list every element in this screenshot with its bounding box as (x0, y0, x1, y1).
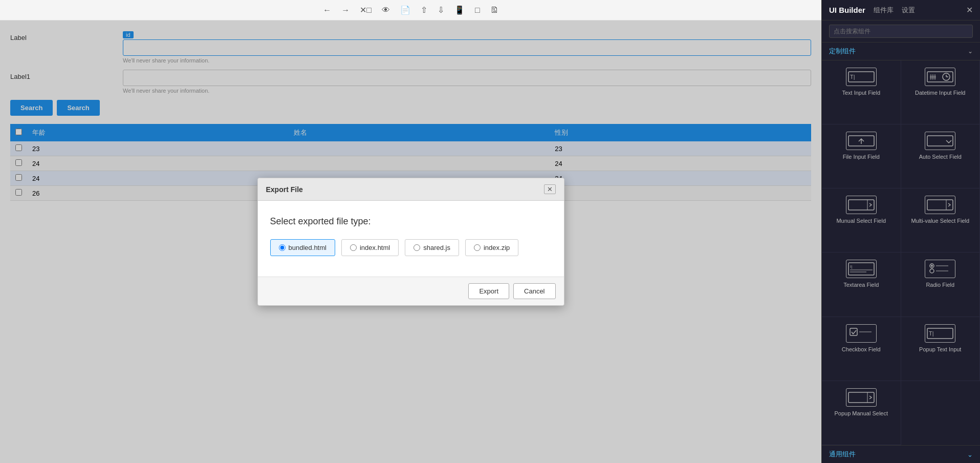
modal-footer: Export Cancel (258, 277, 564, 305)
export-modal: Export File ✕ Select exported file type:… (257, 178, 564, 306)
toolbar: ← → ✕□ 👁 📄 ⇧ ⇩ 📱 □ 🖻 (0, 0, 821, 20)
radio-options: bundled.html index.html shared.js i (270, 239, 552, 256)
preview-icon[interactable]: 👁 (380, 4, 392, 17)
radio-index-html[interactable] (350, 244, 357, 251)
svg-rect-16 (927, 200, 953, 210)
component-popup-manual[interactable]: Popup Manual Select (822, 381, 901, 445)
panel-section-custom-title: 定制组件 (829, 47, 856, 56)
radio-shared-js[interactable] (413, 244, 420, 251)
multi-select-icon (925, 196, 955, 214)
component-grid: T| Text Input Field (822, 60, 980, 445)
redo-icon[interactable]: → (339, 4, 352, 17)
tablet-icon[interactable]: □ (473, 4, 482, 17)
popup-manual-label: Popup Manual Select (834, 410, 888, 417)
svg-text:T|: T| (850, 74, 855, 80)
document-icon[interactable]: 📄 (398, 3, 412, 17)
radio-option-index-zip[interactable]: index.zip (465, 239, 518, 256)
component-popup-text[interactable]: T| Popup Text Input (901, 317, 981, 381)
export-button[interactable]: Export (468, 283, 509, 299)
manual-select-label: Munual Select Field (836, 217, 886, 224)
cut-icon[interactable]: ✕□ (358, 3, 374, 17)
radio-label-bundled: bundled.html (289, 244, 326, 251)
manual-select-icon (846, 196, 877, 214)
component-file-input[interactable]: File Input Field (822, 124, 901, 188)
checkbox-label: Checkbox Field (842, 346, 881, 353)
panel-search-input[interactable] (829, 25, 973, 38)
modal-body: Select exported file type: bundled.html … (258, 201, 564, 277)
panel-title: UI Builder (829, 6, 865, 14)
svg-text:T|: T| (929, 330, 934, 336)
modal-header: Export File ✕ (258, 178, 564, 201)
component-text-input[interactable]: T| Text Input Field (822, 60, 901, 124)
file-input-icon (846, 132, 877, 150)
modal-title: Export File (266, 185, 303, 194)
panel-nav-settings[interactable]: 设置 (902, 6, 915, 15)
upload-icon[interactable]: ⇧ (419, 3, 429, 17)
panel-nav: 组件库 设置 (874, 6, 915, 15)
panel-nav-components[interactable]: 组件库 (874, 6, 894, 15)
component-auto-select[interactable]: Auto Select Field (901, 124, 981, 188)
component-radio[interactable]: Radio Field (901, 252, 981, 317)
popup-manual-icon (846, 388, 877, 407)
modal-overlay: Export File ✕ Select exported file type:… (0, 20, 821, 463)
auto-select-icon (925, 132, 955, 150)
section-general-header: 通用组件 ⌄ (822, 445, 980, 463)
component-textarea[interactable]: I| Textarea Field (822, 252, 901, 317)
panel-section-general-title: 通用组件 (829, 450, 856, 459)
component-checkbox[interactable]: Checkbox Field (822, 317, 901, 381)
datetime-icon (925, 68, 955, 86)
desktop-icon[interactable]: 🖻 (488, 4, 500, 17)
svg-rect-31 (848, 392, 874, 403)
radio-option-shared-js[interactable]: shared.js (405, 239, 459, 256)
component-datetime[interactable]: Datetime Input Field (901, 60, 981, 124)
auto-select-label: Auto Select Field (919, 153, 962, 160)
mobile-icon[interactable]: 📱 (452, 3, 467, 17)
radio-icon (925, 260, 955, 278)
svg-rect-14 (848, 200, 874, 210)
section-general-arrow: ⌄ (967, 451, 973, 458)
right-panel-header: UI Builder 组件库 设置 ✕ (822, 0, 980, 20)
svg-rect-13 (927, 136, 953, 146)
popup-text-label: Popup Text Input (919, 346, 961, 353)
radio-label-shared-js: shared.js (423, 244, 450, 251)
modal-close-button[interactable]: ✕ (544, 184, 556, 194)
popup-text-icon: T| (925, 324, 955, 343)
svg-rect-18 (848, 263, 874, 275)
radio-label-index-zip: index.zip (484, 244, 510, 251)
textarea-icon: I| (846, 260, 877, 278)
checkbox-icon (846, 324, 877, 343)
download-icon[interactable]: ⇩ (435, 3, 446, 17)
radio-label: Radio Field (926, 281, 954, 288)
svg-point-25 (930, 269, 934, 273)
radio-option-index-html[interactable]: index.html (341, 239, 399, 256)
radio-label-index-html: index.html (360, 244, 390, 251)
panel-section-custom-arrow: ⌄ (968, 48, 973, 55)
panel-section-custom-header: 定制组件 ⌄ (822, 43, 980, 60)
svg-text:I|: I| (850, 264, 852, 269)
svg-point-23 (931, 265, 933, 267)
svg-rect-27 (850, 328, 857, 335)
canvas-area: Label id We'll never share your informat… (0, 20, 821, 463)
cancel-button[interactable]: Cancel (513, 283, 555, 299)
radio-option-bundled[interactable]: bundled.html (270, 239, 335, 256)
text-input-icon: T| (846, 68, 877, 86)
panel-close-icon[interactable]: ✕ (966, 5, 973, 15)
textarea-label: Textarea Field (843, 281, 879, 288)
component-multi-select[interactable]: Multi-value Select Field (901, 188, 981, 252)
component-manual-select[interactable]: Munual Select Field (822, 188, 901, 252)
text-input-label: Text Input Field (842, 89, 880, 96)
modal-body-title: Select exported file type: (270, 216, 552, 227)
multi-select-label: Multi-value Select Field (911, 217, 969, 224)
radio-index-zip[interactable] (474, 244, 481, 251)
datetime-label: Datetime Input Field (915, 89, 965, 96)
panel-search (822, 20, 980, 43)
file-input-label: File Input Field (843, 153, 880, 160)
radio-bundled-html[interactable] (279, 244, 286, 251)
right-panel: UI Builder 组件库 设置 ✕ 定制组件 ⌄ T| Text Input… (821, 0, 980, 463)
undo-icon[interactable]: ← (321, 4, 333, 17)
